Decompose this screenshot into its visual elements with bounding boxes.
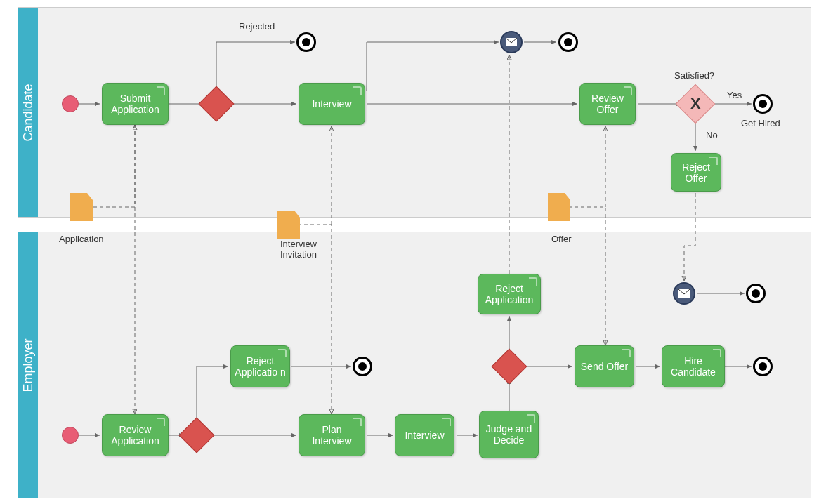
end-event-get-hired (753, 94, 773, 114)
end-event-hire (753, 357, 773, 376)
lane-label-employer: Employer (18, 232, 38, 498)
doc-interview-invitation (277, 211, 300, 239)
task-hire-candidate: Hire Candidate (662, 345, 725, 387)
label-offer: Offer (551, 234, 572, 244)
doc-application (70, 193, 93, 221)
msg-event-candidate-1 (500, 31, 523, 53)
task-submit-application: Submit Application (102, 83, 169, 125)
task-interview-employer: Interview (395, 414, 454, 456)
task-review-application: Review Application (102, 414, 169, 456)
lane-label-candidate: Candidate (18, 8, 38, 217)
end-event-rejected (296, 32, 316, 52)
msg-event-employer (673, 282, 695, 305)
label-interview-invitation: Interview Invitation (274, 239, 323, 260)
task-plan-interview: Plan Interview (299, 414, 365, 456)
label-no: No (706, 130, 718, 140)
task-reject-application-e: Reject Applicatio n (230, 345, 290, 387)
task-interview-candidate: Interview (299, 83, 365, 125)
task-review-offer: Review Offer (579, 83, 636, 125)
label-satisfied: Satisfied? (674, 70, 714, 81)
label-rejected: Rejected (239, 21, 275, 32)
task-send-offer: Send Offer (575, 345, 634, 387)
end-event-candidate-msg (558, 32, 578, 52)
doc-offer (548, 193, 570, 221)
task-reject-offer: Reject Offer (671, 153, 721, 192)
end-event-employer-msg (746, 284, 766, 303)
label-yes: Yes (727, 90, 742, 100)
end-event-reject-app (353, 357, 372, 376)
label-application: Application (59, 234, 104, 244)
task-reject-application-e2: Reject Application (478, 274, 541, 314)
lane-label-candidate-text: Candidate (21, 84, 36, 141)
start-event-candidate (62, 95, 79, 112)
start-event-employer (62, 427, 79, 444)
task-judge-decide: Judge and Decide (479, 411, 539, 458)
label-get-hired: Get Hired (741, 118, 780, 128)
lane-label-employer-text: Employer (21, 338, 36, 392)
